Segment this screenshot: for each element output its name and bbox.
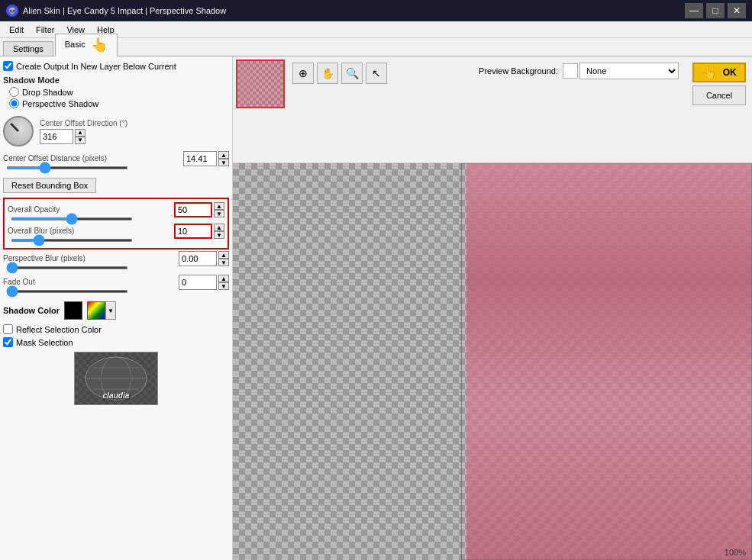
minimize-button[interactable]: — (685, 3, 703, 18)
shadow-mode-radio-group: Drop Shadow Perspective Shadow (3, 86, 229, 109)
ok-button[interactable]: 👆 OK (692, 63, 746, 82)
persp-blur-slider-track (3, 266, 229, 269)
preview-bg-select[interactable]: None White Black Checkered (579, 63, 679, 79)
shadow-color-label: Shadow Color (3, 306, 60, 315)
blur-spinner: ▲ ▼ (214, 224, 224, 239)
opacity-up[interactable]: ▲ (214, 202, 224, 210)
create-output-checkbox[interactable] (3, 61, 13, 71)
tool-pointer[interactable]: ↖ (366, 63, 387, 84)
opacity-spinbox-row: 50 ▲ ▼ (174, 202, 224, 217)
blur-up[interactable]: ▲ (214, 224, 224, 231)
fade-out-slider[interactable] (6, 290, 128, 293)
tool-hand[interactable]: ✋ (317, 63, 338, 84)
drop-shadow-radio[interactable] (9, 87, 19, 97)
reflect-selection-row: Reflect Selection Color (3, 323, 229, 336)
opacity-slider-track (8, 217, 224, 220)
distance-slider-track (3, 166, 229, 169)
persp-blur-down[interactable]: ▼ (218, 259, 229, 266)
shadow-mode-label: Shadow Mode (3, 76, 229, 85)
blur-input[interactable]: 10 (174, 224, 212, 239)
color-multi-button[interactable] (87, 301, 105, 320)
top-strip: ⊕ ✋ 🔍 ↖ Preview Background: None White B… (233, 56, 752, 163)
color-multi-group: ▼ (87, 301, 116, 320)
mask-selection-row: Mask Selection (3, 336, 229, 349)
canvas-area: 100% (233, 163, 752, 560)
fade-up[interactable]: ▲ (218, 275, 229, 282)
distance-input[interactable]: 14.41 (183, 151, 217, 166)
mask-selection-label: Mask Selection (16, 338, 73, 347)
distance-up[interactable]: ▲ (218, 151, 229, 159)
perspective-shadow-row: Perspective Shadow (9, 98, 229, 109)
direction-spinner: ▲ ▼ (75, 129, 86, 144)
color-dropdown-button[interactable]: ▼ (105, 301, 116, 320)
create-output-label: Create Output In New Layer Below Current (16, 62, 176, 71)
fade-out-input[interactable]: 0 (179, 275, 217, 290)
thumb-label: claudia (103, 391, 129, 400)
reflect-selection-checkbox[interactable] (3, 324, 13, 334)
opacity-down[interactable]: ▼ (214, 210, 224, 217)
distance-slider[interactable] (6, 166, 128, 169)
overall-blur-section: Overall Blur (pixels) 10 ▲ ▼ (8, 224, 224, 242)
canvas-toolbar: ⊕ ✋ 🔍 ↖ (289, 60, 390, 87)
mask-selection-checkbox[interactable] (3, 337, 13, 347)
mini-overlay-1 (237, 61, 283, 107)
canvas-content (233, 163, 752, 560)
app-icon: 👽 (6, 5, 18, 17)
direction-up[interactable]: ▲ (75, 129, 86, 137)
distance-down[interactable]: ▼ (218, 159, 229, 166)
perspective-blur-input[interactable]: 0.00 (179, 251, 217, 266)
drop-shadow-label: Drop Shadow (22, 88, 73, 97)
center-offset-direction-label: Center Offset Direction (°) (40, 119, 127, 127)
toolbar-row-1: ⊕ ✋ 🔍 ↖ (292, 63, 387, 84)
tool-zoom[interactable]: 🔍 (341, 63, 363, 84)
reset-bounding-box-row: Reset Bounding Box (3, 175, 229, 196)
persp-blur-spinbox-row: 0.00 ▲ ▼ (179, 251, 229, 266)
thumbnail: claudia (74, 352, 158, 405)
opacity-spinner: ▲ ▼ (214, 202, 224, 217)
tab-settings[interactable]: Settings (3, 41, 53, 56)
preview-bg-section: Preview Background: None White Black Che… (479, 60, 679, 79)
fade-out-section: Fade Out 0 ▲ ▼ (3, 275, 229, 296)
menu-edit[interactable]: Edit (3, 24, 30, 36)
distance-spinner: ▲ ▼ (218, 151, 229, 166)
tab-bar: Settings Basic 👆 (0, 38, 752, 56)
tab-basic[interactable]: Basic 👆 (55, 34, 118, 56)
create-output-row: Create Output In New Layer Below Current (3, 60, 229, 72)
persp-blur-slider[interactable] (6, 266, 128, 269)
fade-slider-track (3, 290, 229, 293)
preview-bg-control: None White Black Checkered (563, 63, 679, 79)
reset-bounding-box-button[interactable]: Reset Bounding Box (3, 178, 96, 193)
close-button[interactable]: ✕ (728, 3, 746, 18)
overall-opacity-section: Overall Opacity 50 ▲ ▼ (8, 202, 224, 220)
opacity-slider[interactable] (11, 217, 133, 220)
cancel-button[interactable]: Cancel (692, 85, 746, 105)
fade-spinner: ▲ ▼ (218, 275, 229, 290)
preview-bg-swatch (563, 63, 578, 79)
highlighted-controls-group: Overall Opacity 50 ▲ ▼ Overall Bl (3, 198, 229, 249)
drop-shadow-row: Drop Shadow (9, 86, 229, 98)
persp-blur-spinner: ▲ ▼ (218, 251, 229, 266)
thumb-overlay: claudia (75, 352, 157, 404)
right-area: ⊕ ✋ 🔍 ↖ Preview Background: None White B… (233, 56, 752, 560)
perspective-shadow-radio[interactable] (9, 98, 19, 108)
fade-spinbox-row: 0 ▲ ▼ (179, 275, 229, 290)
selection-outline (461, 163, 752, 560)
offset-info: Center Offset Direction (°) 316 ▲ ▼ (40, 119, 127, 144)
ok-cancel-group: 👆 OK Cancel (689, 60, 749, 108)
left-panel: Create Output In New Layer Below Current… (0, 56, 233, 560)
direction-down[interactable]: ▼ (75, 137, 86, 144)
persp-blur-up[interactable]: ▲ (218, 251, 229, 259)
blur-spinbox-row: 10 ▲ ▼ (174, 224, 224, 239)
blur-slider[interactable] (11, 239, 133, 242)
shadow-color-swatch[interactable] (64, 301, 82, 320)
opacity-input[interactable]: 50 (174, 202, 212, 217)
tool-crosshair[interactable]: ⊕ (292, 63, 314, 84)
maximize-button[interactable]: □ (706, 3, 725, 18)
main-layout: Create Output In New Layer Below Current… (0, 56, 752, 560)
blur-down[interactable]: ▼ (214, 231, 224, 239)
direction-input[interactable]: 316 (40, 129, 73, 144)
fade-down[interactable]: ▼ (218, 282, 229, 290)
direction-dial[interactable] (3, 116, 34, 146)
blur-slider-track (8, 239, 224, 242)
zoom-indicator: 100% (725, 548, 746, 557)
